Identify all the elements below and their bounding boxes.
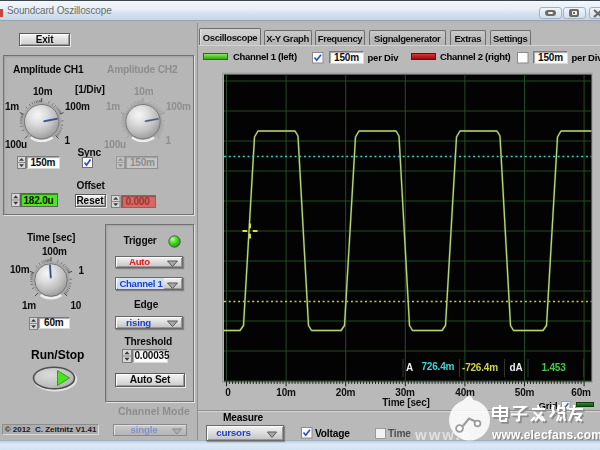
svg-text:dA: dA <box>510 362 523 373</box>
svg-text:726.4m: 726.4m <box>422 361 455 372</box>
svg-text:20m: 20m <box>336 387 356 398</box>
svg-text:A: A <box>406 362 413 373</box>
svg-text:-726.4m: -726.4m <box>462 362 498 373</box>
svg-text:1.453: 1.453 <box>542 362 567 373</box>
svg-text:0: 0 <box>225 387 231 398</box>
svg-text:10m: 10m <box>276 387 296 398</box>
svg-text:Time [sec]: Time [sec] <box>382 397 429 408</box>
